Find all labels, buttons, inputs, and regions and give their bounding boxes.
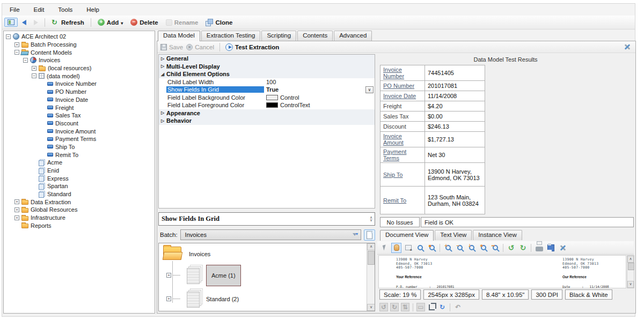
scroll-up-icon[interactable]: ∧ bbox=[627, 256, 634, 263]
save-image-button[interactable] bbox=[546, 243, 556, 253]
tree-item-ace-architect-02[interactable]: −ACE Architect 02 bbox=[4, 33, 155, 41]
tab-instance-view[interactable]: Instance View bbox=[473, 230, 522, 240]
scrollbar-thumb[interactable] bbox=[368, 251, 375, 265]
tab-advanced[interactable]: Advanced bbox=[334, 31, 372, 41]
category-collapsed-icon[interactable]: ▷ bbox=[159, 56, 166, 61]
tree-expander-icon[interactable]: − bbox=[14, 50, 19, 55]
navigation-pane-button[interactable] bbox=[4, 18, 18, 27]
tab-extraction-testing[interactable]: Extraction Testing bbox=[201, 31, 261, 41]
test-extraction-button[interactable]: Test Extraction bbox=[225, 43, 279, 51]
document-stack-icon[interactable] bbox=[187, 292, 200, 308]
property-row-child-label-width[interactable]: Child Label Width100 bbox=[159, 78, 375, 86]
property-category-multi-level-display[interactable]: ▷Multi-Level Display bbox=[159, 63, 375, 71]
tree-item-payment-terms[interactable]: Payment Terms bbox=[4, 135, 155, 143]
tree-item-infrastructure[interactable]: +Infrastructure bbox=[4, 214, 155, 222]
issue-message-field[interactable]: Field is OK bbox=[421, 217, 634, 227]
property-row-field-label-background-color[interactable]: Field Label Background ColorControl bbox=[159, 94, 375, 102]
property-category-general[interactable]: ▷General bbox=[159, 55, 375, 63]
select-zone-button[interactable] bbox=[403, 243, 413, 253]
tree-item-reports[interactable]: Reports bbox=[4, 222, 155, 230]
tree-item-invoices[interactable]: −Invoices bbox=[4, 56, 155, 64]
save-button[interactable]: Save bbox=[160, 44, 183, 50]
category-collapsed-icon[interactable]: ▷ bbox=[159, 110, 166, 115]
menu-help[interactable]: Help bbox=[86, 6, 99, 13]
tree-expander-icon[interactable]: + bbox=[166, 296, 171, 301]
back-arrow-button[interactable] bbox=[19, 18, 30, 27]
property-value[interactable]: True bbox=[264, 86, 375, 93]
scrollbar-thumb[interactable] bbox=[628, 263, 634, 270]
rotate-left-button[interactable]: ↺ bbox=[506, 243, 516, 253]
tree-item-global-resources[interactable]: +Global Resources bbox=[4, 206, 155, 214]
tree-item-ship-to[interactable]: Ship To bbox=[4, 143, 155, 151]
tab-document-view[interactable]: Document View bbox=[380, 230, 434, 241]
tree-item-standard[interactable]: Standard bbox=[4, 190, 155, 198]
result-field-link[interactable]: PO Number bbox=[380, 81, 425, 91]
tab-scripting[interactable]: Scripting bbox=[261, 31, 296, 41]
tree-item-content-models[interactable]: −Content Models bbox=[4, 48, 155, 56]
pan-hand-button[interactable] bbox=[391, 243, 401, 253]
scroll-down-icon[interactable]: ∨ bbox=[627, 281, 634, 288]
crop-image-button[interactable] bbox=[427, 303, 436, 311]
property-value[interactable]: 100 bbox=[264, 79, 375, 85]
tree-expander-icon[interactable]: + bbox=[14, 199, 19, 204]
result-field-link[interactable]: Payment Terms bbox=[380, 147, 425, 163]
zoom-actual-button[interactable] bbox=[466, 243, 477, 253]
batch-node-acme-1-[interactable]: Acme (1) bbox=[206, 265, 241, 286]
tree-expander-icon[interactable]: − bbox=[23, 58, 28, 63]
tree-item-invoice-number[interactable]: Invoice Number bbox=[4, 80, 155, 88]
dropdown-button[interactable]: ∨ bbox=[365, 86, 374, 93]
tree-item-batch-processing[interactable]: +Batch Processing bbox=[4, 41, 155, 49]
result-field-link[interactable]: Ship To bbox=[380, 163, 425, 187]
delete-button[interactable]: Delete bbox=[127, 17, 162, 27]
menu-tools[interactable]: Tools bbox=[58, 6, 72, 13]
tree-expander-icon[interactable]: + bbox=[14, 42, 19, 47]
preview-scrollbar[interactable]: ∧ ∨ bbox=[627, 255, 634, 288]
scroll-down-icon[interactable]: ∨ bbox=[367, 304, 375, 311]
result-field-link[interactable]: Invoice Amount bbox=[380, 132, 425, 147]
batch-dropdown[interactable]: Invoices bbox=[180, 229, 361, 240]
zoom-page-button[interactable] bbox=[427, 243, 437, 253]
tree-item-freight[interactable]: Freight bbox=[4, 103, 155, 111]
property-category-appearance[interactable]: ▷Appearance bbox=[159, 109, 375, 117]
property-category-behavior[interactable]: ▷Behavior bbox=[159, 117, 375, 125]
batch-node-standard-2-[interactable]: Standard (2) bbox=[206, 296, 239, 302]
zoom-fit-button[interactable] bbox=[478, 243, 488, 253]
tree-expander-icon[interactable]: + bbox=[14, 207, 19, 212]
cancel-button[interactable]: Cancel bbox=[186, 44, 214, 50]
menu-file[interactable]: File bbox=[10, 6, 20, 13]
result-field-link[interactable]: Invoice Number bbox=[380, 65, 425, 81]
scroll-up-icon[interactable]: ∧ bbox=[367, 243, 375, 250]
tree-item-sales-tax[interactable]: Sales Tax bbox=[4, 111, 155, 120]
document-stack-icon[interactable] bbox=[187, 268, 200, 284]
property-value[interactable]: Control bbox=[264, 94, 375, 101]
result-field-link[interactable]: Remit To bbox=[380, 187, 425, 214]
print-button[interactable] bbox=[534, 243, 544, 253]
tree-item-express[interactable]: Express bbox=[4, 174, 155, 182]
category-collapsed-icon[interactable]: ▷ bbox=[159, 64, 166, 69]
image-tools-icon[interactable] bbox=[624, 43, 631, 50]
view-document-button[interactable] bbox=[364, 229, 375, 241]
tree-item--data-model-[interactable]: −(data model) bbox=[4, 72, 155, 80]
add-button[interactable]: Add bbox=[94, 17, 126, 27]
property-value[interactable]: ControlText bbox=[264, 102, 375, 108]
menu-edit[interactable]: Edit bbox=[34, 6, 45, 13]
category-expanded-icon[interactable]: ◢ bbox=[159, 72, 166, 77]
description-scroll-buttons[interactable]: ∧∨ bbox=[370, 217, 375, 222]
tree-item-spartan[interactable]: Spartan bbox=[4, 182, 155, 190]
rotate-right-button[interactable]: ↻ bbox=[518, 243, 528, 253]
image-tools-button[interactable] bbox=[558, 243, 568, 253]
zoom-width-button[interactable] bbox=[490, 243, 500, 253]
tree-item-invoice-amount[interactable]: Invoice Amount bbox=[4, 127, 155, 135]
tab-text-view[interactable]: Text View bbox=[435, 230, 472, 240]
refresh-image-button[interactable]: ↻ bbox=[438, 303, 447, 311]
batch-tree-scrollbar[interactable]: ∧ ∨ bbox=[367, 243, 375, 311]
zoom-out-button[interactable] bbox=[455, 243, 465, 253]
tree-expander-icon[interactable]: − bbox=[6, 34, 11, 39]
tree-expander-icon[interactable]: + bbox=[32, 66, 36, 71]
property-row-field-label-foreground-color[interactable]: Field Label Foreground ColorControlText bbox=[159, 101, 375, 109]
tab-data-model[interactable]: Data Model bbox=[158, 31, 200, 41]
zoom-selection-button[interactable] bbox=[415, 243, 425, 253]
tree-item-remit-to[interactable]: Remit To bbox=[4, 151, 155, 159]
tree-expander-icon[interactable]: − bbox=[32, 73, 36, 78]
tree-expander-icon[interactable]: + bbox=[14, 215, 19, 220]
